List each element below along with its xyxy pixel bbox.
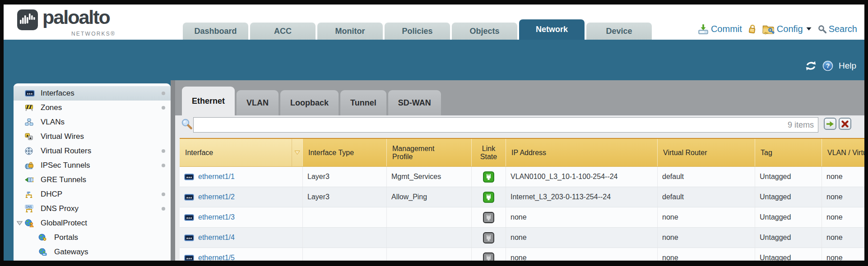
item-dot [162,106,165,110]
tab-device[interactable]: Device [586,23,652,40]
cell-interface-type [302,228,386,248]
item-dot [162,149,165,153]
sidebar-item-label: DNS Proxy [41,204,79,213]
search-icon[interactable] [818,25,826,33]
interface-link[interactable]: ethernet1/5 [198,254,235,261]
column-header-tag[interactable]: Tag [755,139,822,166]
tab-network[interactable]: Network [519,19,585,40]
column-header-ip-address[interactable]: IP Address [506,139,657,166]
sort-dropdown-cell[interactable] [292,139,302,166]
filter-input[interactable] [193,117,818,133]
table-row[interactable]: ethernet1/1Layer3Mgmt_ServicesVLAN0100_L… [180,167,864,187]
subtab-ethernet[interactable]: Ethernet [182,87,235,115]
subtab-sd-wan[interactable]: SD-WAN [388,90,441,115]
commit-icon[interactable] [698,24,709,34]
subtab-tunnel[interactable]: Tunnel [340,90,386,115]
column-header-label: Virtual Router [663,149,707,157]
cell-interface: ethernet1/1 [180,167,302,187]
sort-dropdown-icon[interactable] [294,150,300,155]
cell-interface: ethernet1/2 [180,187,302,207]
toolbar: ? Help [805,60,856,71]
header-actions: Commit Config Search [698,21,857,37]
cell-ip-address: none [506,248,657,261]
cell-tag: Untagged [755,187,822,207]
column-header-link-state[interactable]: Link State [471,139,506,166]
sidebar-item-dns-proxy[interactable]: DNSDNS Proxy [14,202,171,216]
chevron-down-icon[interactable] [806,27,812,31]
interfaces-icon [184,234,194,241]
cell-interface: ethernet1/5 [180,248,302,261]
cell-virtual-router: default [657,187,755,207]
interface-link[interactable]: ethernet1/3 [198,213,235,221]
tab-objects[interactable]: Objects [452,23,517,40]
column-header-label: Management Profile [392,145,443,161]
apply-filter-button[interactable] [824,118,836,130]
config-button[interactable]: Config [777,24,803,34]
interfaces-icon [184,194,194,201]
table-row[interactable]: ethernet1/3nonenoneUntaggednone [180,207,864,228]
lock-icon[interactable] [747,23,757,34]
table-row[interactable]: ethernet1/4nonenoneUntaggednone [180,228,864,248]
cell-interface-type [302,207,386,227]
tab-monitor[interactable]: Monitor [317,23,383,40]
config-icon[interactable] [762,24,775,34]
column-header-label: Interface [185,149,213,157]
column-header-management-profile[interactable]: Management Profile [386,139,471,166]
cell-link-state [471,167,506,187]
sidebar-item-gateways[interactable]: Gateways [14,245,171,259]
dhcp-icon: IP [25,190,33,198]
cell-ip-address: none [506,207,657,227]
refresh-icon[interactable] [805,61,817,71]
sidebar-item-zones[interactable]: Zones [14,101,171,115]
content-panel: 9 items InterfaceInterface TypeManagemen… [175,115,864,261]
sidebar-item-dhcp[interactable]: IPDHCP [14,187,171,202]
subtab-vlan[interactable]: VLAN [237,90,279,115]
column-header-vlan-virtual-wire[interactable]: VLAN / Virtual Wire [822,139,864,166]
help-icon[interactable]: ? [822,60,833,71]
expander-icon[interactable] [17,221,23,225]
cell-virtual-router: none [657,207,755,227]
help-link[interactable]: Help [839,61,856,71]
clear-filter-button[interactable] [839,118,851,130]
column-header-virtual-router[interactable]: Virtual Router [657,139,755,166]
interface-link[interactable]: ethernet1/2 [198,193,235,201]
sidebar-item-vlans[interactable]: VLANs [14,115,171,129]
table-row[interactable]: ethernet1/2Layer3Allow_PingInternet_L3_2… [180,187,864,207]
pane-divider[interactable] [171,80,175,261]
column-header-label: Interface Type [308,149,354,157]
interface-link[interactable]: ethernet1/4 [198,234,235,242]
sidebar-item-virtual-routers[interactable]: Virtual Routers [14,144,171,158]
tab-policies[interactable]: Policies [385,23,450,40]
cell-tag: Untagged [755,167,822,187]
sidebar-item-portals[interactable]: Portals [14,230,171,245]
sidebar-item-label: Interfaces [41,89,74,98]
sidebar-item-interfaces[interactable]: Interfaces [14,86,171,101]
virtual-wires-icon [25,133,33,140]
sidebar-item-virtual-wires[interactable]: Virtual Wires [14,129,171,144]
cell-link-state [471,248,506,261]
cell-ip-address: Internet_L3_203-0-113-254--24 [506,187,657,207]
column-header-label: Link State [478,145,500,161]
cell-interface-type: Layer3 [302,167,386,187]
sidebar-item-partial[interactable] [14,259,171,261]
column-header-interface-type[interactable]: Interface Type [302,139,386,166]
primary-nav: DashboardACCMonitorPoliciesObjectsNetwor… [183,19,652,40]
search-button[interactable]: Search [829,24,857,34]
table-row[interactable]: ethernet1/5nonenoneUntaggednone [180,248,864,261]
svg-text:DNS: DNS [26,205,32,208]
sidebar-item-ipsec-tunnels[interactable]: IPSec Tunnels [14,158,171,173]
commit-button[interactable]: Commit [711,24,742,34]
tab-acc[interactable]: ACC [250,23,316,40]
column-header-interface[interactable]: Interface [180,139,292,166]
sidebar-item-globalprotect[interactable]: GlobalProtect [14,216,171,230]
app-header: paloalto NETWORKS® DashboardACCMonitorPo… [4,5,864,40]
subtab-loopback[interactable]: Loopback [280,90,339,115]
sidebar-item-label: Portals [54,233,78,242]
globalprotect-icon [25,219,34,227]
cell-ip-address: none [506,228,657,248]
sidebar-item-gre-tunnels[interactable]: GRE Tunnels [14,173,171,187]
interface-link[interactable]: ethernet1/1 [198,173,235,181]
column-header-label: VLAN / Virtual Wire [827,149,864,157]
tab-dashboard[interactable]: Dashboard [183,23,248,40]
cell-vlan-virtual-wire: none [822,207,864,227]
